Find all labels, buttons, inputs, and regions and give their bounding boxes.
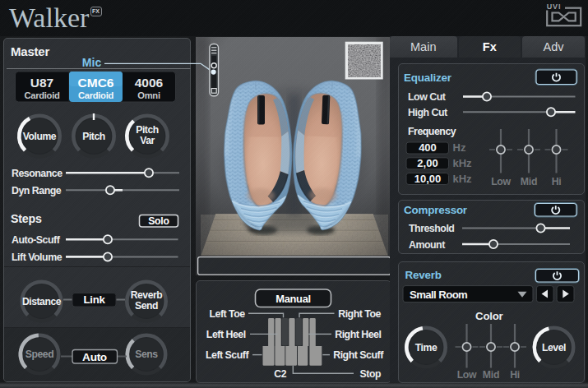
svg-text:Level: Level (542, 342, 566, 353)
svg-text:Threshold: Threshold (409, 223, 454, 234)
svg-text:Mid: Mid (521, 176, 537, 187)
svg-text:Master: Master (11, 44, 50, 58)
svg-text:Reverb: Reverb (405, 269, 442, 281)
svg-text:400: 400 (419, 141, 437, 154)
svg-text:Right Scuff: Right Scuff (333, 349, 384, 361)
svg-text:Volume: Volume (23, 131, 57, 142)
svg-text:High Cut: High Cut (408, 107, 447, 118)
svg-text:Steps: Steps (11, 212, 42, 225)
svg-text:Dyn Range: Dyn Range (12, 185, 62, 196)
svg-text:Lift Volume: Lift Volume (12, 252, 63, 263)
svg-text:Amount: Amount (409, 239, 445, 251)
svg-text:Left Toe: Left Toe (209, 308, 245, 320)
svg-text:Low: Low (457, 369, 477, 381)
svg-text:Small Room: Small Room (410, 289, 467, 301)
svg-text:Left Heel: Left Heel (206, 329, 246, 340)
svg-text:Distance: Distance (22, 296, 62, 307)
svg-text:kHz: kHz (453, 173, 473, 185)
svg-text:Auto: Auto (82, 351, 107, 363)
svg-text:Equalizer: Equalizer (404, 72, 452, 84)
svg-text:Right Heel: Right Heel (335, 329, 381, 340)
svg-text:Compressor: Compressor (404, 204, 468, 216)
svg-text:Omni: Omni (137, 90, 160, 100)
svg-text:C2: C2 (274, 368, 287, 380)
svg-text:Resonance: Resonance (12, 168, 63, 179)
svg-text:Link: Link (84, 293, 106, 306)
svg-text:Low: Low (491, 176, 511, 187)
svg-text:U87: U87 (30, 76, 53, 90)
svg-text:Auto-Scuff: Auto-Scuff (12, 234, 61, 246)
svg-text:Time: Time (415, 342, 438, 353)
svg-text:Mic: Mic (82, 56, 102, 69)
svg-text:Speed: Speed (25, 349, 53, 360)
svg-text:Right Toe: Right Toe (338, 308, 381, 320)
svg-text:CMC6: CMC6 (78, 76, 114, 90)
svg-text:Low Cut: Low Cut (408, 91, 446, 103)
svg-text:Sens: Sens (135, 349, 158, 360)
svg-text:Pitch: Pitch (82, 131, 105, 142)
svg-text:Hi: Hi (510, 369, 520, 381)
svg-text:Mid: Mid (483, 369, 499, 381)
svg-text:Stop: Stop (359, 368, 381, 380)
svg-text:kHz: kHz (453, 157, 473, 169)
svg-text:Send: Send (135, 300, 158, 312)
svg-text:Frequency: Frequency (408, 126, 456, 137)
svg-text:4006: 4006 (135, 76, 164, 90)
svg-text:Pitch: Pitch (136, 124, 159, 136)
svg-text:Cardioid: Cardioid (25, 90, 60, 100)
svg-text:10,00: 10,00 (414, 173, 442, 185)
svg-text:Solo: Solo (148, 215, 169, 227)
svg-text:Hi: Hi (552, 176, 562, 187)
svg-text:Cardioid: Cardioid (78, 90, 113, 100)
svg-text:Color: Color (475, 310, 502, 322)
svg-text:Left Scuff: Left Scuff (206, 349, 250, 361)
svg-text:2,00: 2,00 (417, 157, 438, 169)
svg-text:Manual: Manual (275, 293, 311, 305)
svg-text:Hz: Hz (453, 141, 466, 154)
svg-text:Var: Var (140, 135, 155, 146)
svg-text:Reverb: Reverb (131, 289, 163, 301)
